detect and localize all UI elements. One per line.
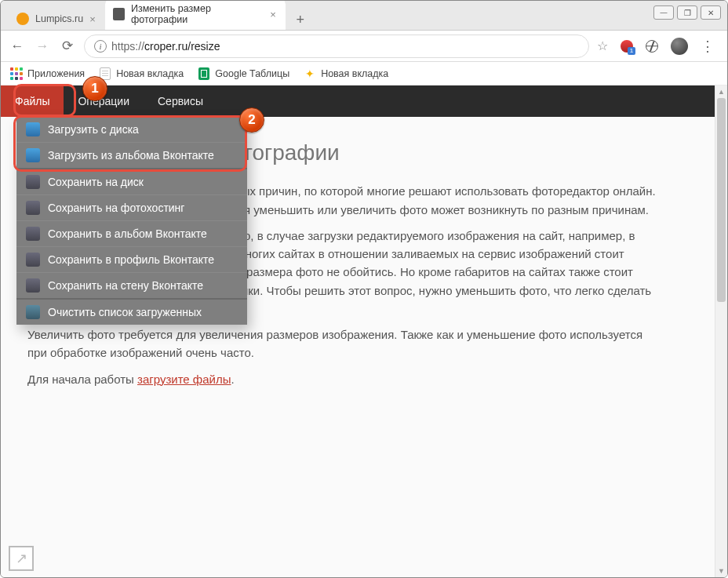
extension-globe-icon[interactable] — [646, 40, 658, 53]
page-content: Файлы Операции Сервисы Изменить размер ф… — [1, 85, 727, 577]
scroll-down-button[interactable]: ▼ — [715, 565, 727, 577]
menu-save-to-disk[interactable]: Сохранить на диск — [16, 168, 247, 194]
save-icon — [26, 201, 40, 215]
annotation-badge-1: 1 — [82, 76, 107, 101]
new-tab-button[interactable]: + — [290, 9, 311, 30]
browser-menu-button[interactable]: ⋮ — [701, 38, 713, 55]
tab-close-button[interactable]: × — [270, 9, 276, 20]
scroll-up-button[interactable]: ▲ — [715, 85, 727, 98]
browser-toolbar: ← → ⟳ i https://croper.ru/resize ☆ ⋮ — [1, 31, 727, 62]
save-icon — [26, 253, 40, 267]
bookmark-label: Новая вкладка — [116, 68, 184, 79]
bookmark-label: Google Таблицы — [215, 68, 289, 79]
spark-icon: ✦ — [304, 67, 316, 80]
browser-tab-lumpics[interactable]: Lumpics.ru × — [9, 8, 105, 30]
sheets-icon — [198, 67, 210, 80]
bookmark-apps[interactable]: Приложения — [10, 67, 85, 80]
extension-icon-1[interactable] — [621, 40, 633, 53]
save-icon — [26, 175, 40, 189]
forward-button: → — [34, 38, 51, 55]
save-icon — [26, 278, 40, 293]
save-icon — [26, 227, 40, 241]
back-button[interactable]: ← — [9, 38, 26, 55]
bookmark-newtab-1[interactable]: Новая вкладка — [99, 67, 184, 80]
upload-files-link[interactable]: загрузите файлы — [137, 373, 231, 386]
browser-tab-croper[interactable]: Изменить размер фотографии × — [105, 0, 286, 30]
bookmark-label: Новая вкладка — [321, 68, 388, 79]
tab-favicon — [113, 8, 125, 20]
profile-avatar[interactable] — [671, 38, 688, 55]
tab-title: Lumpics.ru — [35, 13, 83, 24]
bookmark-star-icon[interactable]: ☆ — [597, 38, 608, 53]
annotation-badge-2: 2 — [239, 107, 264, 133]
menu-save-to-photohosting[interactable]: Сохранить на фотохостинг — [16, 194, 247, 220]
bookmark-newtab-2[interactable]: ✦ Новая вкладка — [304, 67, 388, 80]
window-minimize-button[interactable] — [653, 5, 674, 20]
cta-line: Для начала работы загрузите файлы. — [27, 370, 657, 388]
window-maximize-button[interactable] — [677, 5, 697, 20]
upload-icon — [26, 122, 40, 136]
site-menu-bar: Файлы Операции Сервисы — [1, 85, 727, 117]
tab-close-button[interactable]: × — [89, 13, 96, 25]
vertical-scrollbar[interactable]: ▲ ▼ — [715, 85, 727, 577]
menu-save-to-vk-album[interactable]: Сохранить в альбом Вконтакте — [16, 220, 247, 246]
menu-save-to-vk-profile[interactable]: Сохранить в профиль Вконтакте — [16, 246, 247, 272]
site-menu-files[interactable]: Файлы — [1, 85, 64, 117]
bookmark-label: Приложения — [27, 68, 85, 79]
url-scheme: https://croper.ru/resize — [111, 40, 220, 53]
site-menu-services[interactable]: Сервисы — [144, 85, 217, 117]
external-link-icon[interactable]: ↗ — [9, 546, 34, 571]
scroll-thumb[interactable] — [717, 98, 726, 302]
window-close-button[interactable] — [701, 5, 721, 20]
bookmark-google-sheets[interactable]: Google Таблицы — [198, 67, 289, 80]
reload-button[interactable]: ⟳ — [59, 38, 76, 55]
menu-load-from-disk[interactable]: Загрузить с диска — [16, 117, 247, 142]
site-info-icon[interactable]: i — [94, 40, 107, 53]
bookmarks-bar: Приложения Новая вкладка Google Таблицы … — [1, 62, 727, 85]
menu-save-to-vk-wall[interactable]: Сохранить на стену Вконтакте — [16, 272, 247, 298]
tab-title: Изменить размер фотографии — [131, 3, 264, 25]
tab-favicon — [16, 13, 29, 25]
menu-clear-uploaded-list[interactable]: Очистить список загруженных — [16, 298, 247, 325]
clear-icon — [26, 305, 40, 319]
menu-load-from-vk-album[interactable]: Загрузить из альбома Вконтакте — [16, 142, 247, 168]
files-dropdown-menu: Загрузить с диска Загрузить из альбома В… — [16, 117, 247, 325]
tab-strip: Lumpics.ru × Изменить размер фотографии … — [1, 1, 727, 31]
apps-icon — [10, 67, 23, 80]
browser-window: Lumpics.ru × Изменить размер фотографии … — [0, 0, 728, 578]
upload-icon — [26, 148, 40, 162]
body-paragraph: Увеличить фото требуется для увеличения … — [27, 325, 657, 362]
address-bar[interactable]: i https://croper.ru/resize — [84, 35, 589, 58]
